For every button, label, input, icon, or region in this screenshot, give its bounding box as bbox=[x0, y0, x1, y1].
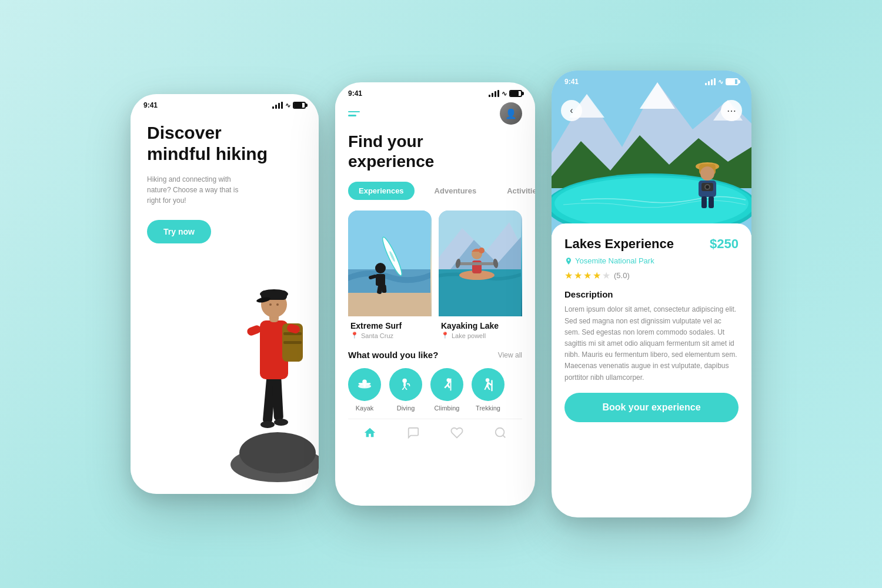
svg-point-50 bbox=[496, 428, 505, 437]
what-section-title: What would you like? bbox=[348, 350, 438, 360]
kayak-card[interactable]: Kayaking Lake 📍 Lake powell bbox=[439, 211, 522, 339]
cards-row: Extreme Surf 📍 Santa Cruz bbox=[348, 211, 522, 339]
surf-card-title: Extreme Surf bbox=[350, 321, 429, 330]
signal-icon bbox=[272, 102, 283, 109]
app-mockup: 9:41 ∿ Discover mindful hiking Hiking an… bbox=[131, 71, 751, 517]
svg-point-67 bbox=[706, 185, 709, 189]
surf-card-info: Extreme Surf 📍 Santa Cruz bbox=[348, 316, 432, 339]
time-2: 9:41 bbox=[348, 89, 362, 98]
surf-image bbox=[348, 211, 432, 316]
detail-title-row: Lakes Experience $250 bbox=[564, 236, 739, 252]
try-now-button[interactable]: Try now bbox=[147, 220, 211, 243]
more-options-button[interactable]: ⋯ bbox=[721, 100, 742, 121]
wifi-icon-2: ∿ bbox=[502, 90, 507, 98]
view-all-link[interactable]: View all bbox=[498, 351, 522, 359]
search-nav-icon[interactable] bbox=[494, 426, 507, 442]
svg-line-51 bbox=[503, 435, 505, 437]
hero-image: 9:41 ∿ bbox=[552, 71, 751, 235]
svg-point-23 bbox=[375, 263, 386, 273]
location-pin-icon: 📍 bbox=[350, 332, 359, 339]
svg-point-36 bbox=[479, 248, 485, 253]
screen1-body: Discover mindful hiking Hiking and conne… bbox=[131, 112, 319, 482]
status-icons-2: ∿ bbox=[489, 90, 522, 98]
kayak-card-title: Kayaking Lake bbox=[441, 321, 520, 330]
activity-kayak[interactable]: Kayak bbox=[348, 368, 381, 412]
svg-rect-10 bbox=[246, 324, 262, 336]
description-heading: Description bbox=[564, 289, 739, 299]
surf-card[interactable]: Extreme Surf 📍 Santa Cruz bbox=[348, 211, 432, 339]
screen1-text-block: Discover mindful hiking Hiking and conne… bbox=[147, 122, 302, 243]
svg-point-17 bbox=[269, 303, 272, 306]
back-button[interactable]: ‹ bbox=[561, 100, 582, 121]
home-nav-icon[interactable] bbox=[363, 426, 376, 442]
section-header: What would you like? View all bbox=[348, 350, 522, 360]
svg-rect-37 bbox=[458, 262, 496, 265]
detail-price: $250 bbox=[710, 236, 739, 252]
svg-point-44 bbox=[402, 379, 406, 383]
svg-point-63 bbox=[700, 166, 714, 181]
svg-point-48 bbox=[486, 378, 490, 382]
activities-row: Kayak Diving bbox=[348, 368, 522, 412]
user-avatar[interactable]: 👤 bbox=[500, 102, 522, 125]
activity-diving[interactable]: Diving bbox=[389, 368, 422, 412]
screen2-body: 👤 Find your experience Experiences Adven… bbox=[335, 100, 535, 452]
messages-nav-icon[interactable] bbox=[407, 426, 420, 442]
description-body: Lorem ipsum dolor sit amet, consectetur … bbox=[564, 304, 739, 383]
location-text: Yosemite National Park bbox=[575, 256, 654, 265]
screen-2-phone: 9:41 ∿ 👤 Find you bbox=[335, 82, 535, 506]
star-3: ★ bbox=[583, 270, 592, 281]
climbing-icon bbox=[430, 368, 463, 401]
status-bar-3: 9:41 ∿ bbox=[552, 71, 751, 88]
detail-title: Lakes Experience bbox=[564, 236, 674, 252]
favorites-nav-icon[interactable] bbox=[450, 426, 463, 442]
tab-activities[interactable]: Activities bbox=[496, 182, 535, 200]
time-1: 9:41 bbox=[143, 101, 158, 109]
location-pin-icon-2: 📍 bbox=[441, 332, 449, 339]
tab-experiences[interactable]: Experiences bbox=[348, 182, 415, 200]
tab-adventures[interactable]: Adventures bbox=[424, 182, 487, 200]
svg-rect-26 bbox=[381, 285, 386, 293]
svg-point-4 bbox=[260, 421, 275, 428]
wifi-icon-3: ∿ bbox=[718, 78, 723, 86]
screen1-title: Discover mindful hiking bbox=[147, 122, 302, 165]
screen1-subtitle: Hiking and connecting with nature? Choos… bbox=[147, 174, 241, 206]
svg-point-18 bbox=[276, 303, 279, 306]
signal-icon-2 bbox=[489, 90, 499, 97]
kayak-label: Kayak bbox=[356, 405, 374, 412]
signal-icon-3 bbox=[705, 78, 716, 85]
trekking-label: Trekking bbox=[476, 405, 500, 412]
star-1: ★ bbox=[564, 270, 573, 281]
status-icons-3: ∿ bbox=[705, 78, 739, 86]
book-experience-button[interactable]: Book your experience bbox=[564, 393, 739, 422]
svg-point-1 bbox=[239, 432, 316, 473]
battery-icon-2 bbox=[509, 90, 522, 97]
diving-label: Diving bbox=[397, 405, 415, 412]
kayak-card-location: 📍 Lake powell bbox=[441, 332, 520, 339]
wifi-icon: ∿ bbox=[285, 102, 290, 109]
stars-row: ★ ★ ★ ★ ★ (5.0) bbox=[564, 270, 739, 281]
status-bar-2: 9:41 ∿ bbox=[335, 82, 535, 100]
tabs-row: Experiences Adventures Activities bbox=[348, 182, 522, 200]
battery-icon bbox=[293, 102, 306, 109]
activity-climbing[interactable]: Climbing bbox=[430, 368, 463, 412]
hamburger-menu[interactable] bbox=[348, 111, 360, 116]
svg-rect-45 bbox=[403, 382, 406, 386]
svg-rect-3 bbox=[272, 376, 283, 421]
bottom-nav bbox=[348, 419, 522, 452]
trekking-icon bbox=[472, 368, 505, 401]
svg-rect-22 bbox=[376, 274, 385, 286]
status-icons-1: ∿ bbox=[272, 102, 306, 109]
star-5: ★ bbox=[602, 270, 610, 281]
star-4: ★ bbox=[593, 270, 601, 281]
svg-point-5 bbox=[274, 419, 288, 426]
kayak-icon bbox=[348, 368, 381, 401]
status-bar-1: 9:41 ∿ bbox=[131, 94, 319, 112]
screen-3-phone: 9:41 ∿ bbox=[552, 71, 751, 517]
screen2-header: 👤 bbox=[348, 100, 522, 125]
activity-trekking[interactable]: Trekking bbox=[472, 368, 505, 412]
svg-rect-21 bbox=[348, 293, 430, 316]
svg-rect-9 bbox=[283, 341, 302, 344]
location-pin-icon-3 bbox=[564, 257, 573, 265]
climbing-label: Climbing bbox=[435, 405, 460, 412]
rating-text: (5.0) bbox=[614, 271, 630, 280]
